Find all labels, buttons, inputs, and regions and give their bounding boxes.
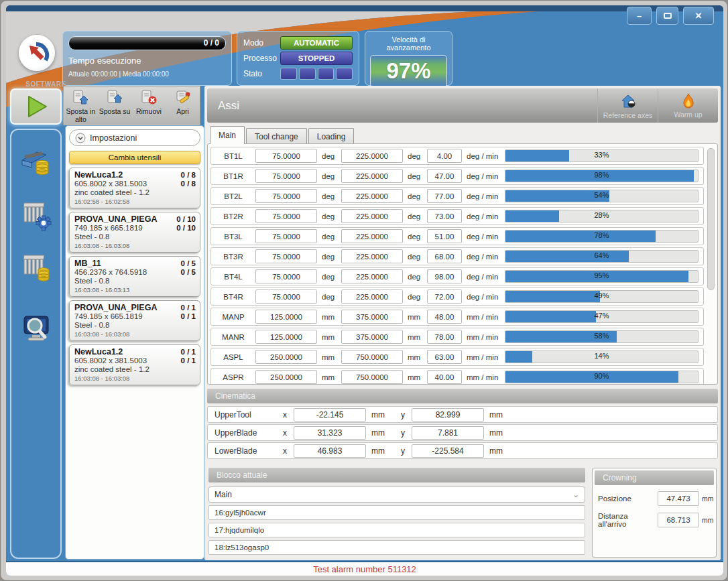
open-button[interactable]: Apri <box>166 86 200 125</box>
axis-position-field[interactable]: 75.0000 <box>255 229 317 243</box>
kinematics-row: UpperBlade x 31.323 mm y 7.881 mm <box>207 424 718 441</box>
axis-position-field[interactable]: 250.0000 <box>255 370 317 384</box>
axis-target-field[interactable]: 225.0000 <box>341 189 403 203</box>
job-card[interactable]: MB_11 0 / 5 456.2376 x 764.5918 0 / 5 St… <box>69 256 200 297</box>
axis-speed-field[interactable]: 63.00 <box>427 350 462 364</box>
axis-position-field[interactable]: 250.0000 <box>255 350 317 364</box>
kinematics-x-field[interactable]: -22.145 <box>294 408 366 422</box>
job-name: MB_11 <box>74 259 101 268</box>
brand-text: TheSOFTWARE <box>13 80 61 88</box>
kinematics-y-field[interactable]: 7.881 <box>412 426 484 440</box>
kinematics-title: Cinematica <box>215 391 255 401</box>
crowning-position-field[interactable]: 47.473 <box>658 491 699 506</box>
change-tools-button[interactable]: Cambia utensili <box>69 151 200 164</box>
kinematics-y-field[interactable]: -225.584 <box>412 444 484 458</box>
job-time-range: 16:03:08 - 16:03:08 <box>74 375 196 382</box>
axis-speed-unit: deg / min <box>462 152 505 160</box>
axis-speed-field[interactable]: 68.00 <box>427 249 462 263</box>
close-button[interactable]: ✕ <box>683 7 714 25</box>
axis-progress-bar: 90% <box>505 371 699 383</box>
axis-speed-field[interactable]: 72.00 <box>427 289 462 304</box>
block-select[interactable]: Main ⌄ <box>208 487 585 503</box>
axis-speed-field[interactable]: 77.00 <box>427 189 462 203</box>
mode-value-button[interactable]: AUTOMATIC <box>280 36 353 50</box>
kinematics-y-unit: mm <box>484 428 512 438</box>
axis-speed-field[interactable]: 40.00 <box>427 370 462 384</box>
axis-speed-field[interactable]: 47.00 <box>427 169 462 183</box>
axis-speed-unit: deg / min <box>462 172 505 180</box>
job-size: 456.2376 x 764.5918 <box>74 268 147 276</box>
axis-speed-field[interactable]: 73.00 <box>427 209 462 223</box>
axis-target-field[interactable]: 375.0000 <box>341 330 403 344</box>
axes-scrollbar-thumb[interactable] <box>707 148 715 290</box>
axis-speed-field[interactable]: 4.00 <box>427 149 462 163</box>
axis-position-unit: deg <box>317 253 341 261</box>
job-size: 749.185 x 665.1819 <box>74 224 143 232</box>
kinematics-y-label: y <box>394 428 412 438</box>
axis-speed-field[interactable]: 98.00 <box>427 269 462 283</box>
axis-target-field[interactable]: 750.0000 <box>341 370 403 384</box>
axis-speed-field[interactable]: 51.00 <box>427 229 462 243</box>
warm-up-button[interactable]: Warm up <box>658 88 718 123</box>
tab-loading[interactable]: Loading <box>308 128 355 144</box>
maximize-button[interactable] <box>656 7 678 25</box>
axis-position-field[interactable]: 75.0000 <box>255 169 317 183</box>
sidebar-tool-database-button[interactable] <box>17 248 55 285</box>
state-label: Stato <box>243 69 262 78</box>
play-icon <box>23 93 50 120</box>
axis-position-field[interactable]: 75.0000 <box>255 149 317 163</box>
process-value-button[interactable]: STOPPED <box>280 52 353 65</box>
axis-speed-unit: mm / min <box>462 353 505 361</box>
axis-target-field[interactable]: 225.0000 <box>341 209 403 223</box>
kinematics-x-field[interactable]: 46.983 <box>294 444 366 458</box>
axes-title: Assi <box>218 99 597 113</box>
axis-position-field[interactable]: 125.0000 <box>255 330 317 344</box>
remove-button[interactable]: Rimuovi <box>132 86 166 125</box>
axis-position-field[interactable]: 125.0000 <box>255 310 317 324</box>
axis-target-field[interactable]: 225.0000 <box>341 229 403 243</box>
job-count-primary: 0 / 1 <box>181 348 196 356</box>
sidebar-simulation-button[interactable] <box>17 310 55 347</box>
job-card[interactable]: NewLuca1.2 0 / 8 605.8002 x 381.5003 0 /… <box>69 168 200 208</box>
axis-position-field[interactable]: 75.0000 <box>255 189 317 203</box>
tab-tool-change[interactable]: Tool change <box>246 128 307 144</box>
crowning-panel: Crowning Posizione 47.473 mm Distanza al… <box>592 468 717 558</box>
axis-speed-unit: mm / min <box>462 313 505 321</box>
axis-speed-field[interactable]: 48.00 <box>427 310 462 324</box>
axis-position-field[interactable]: 75.0000 <box>255 209 317 223</box>
axis-position-field[interactable]: 75.0000 <box>255 289 317 304</box>
kinematics-y-field[interactable]: 82.999 <box>412 408 484 422</box>
axis-target-field[interactable]: 375.0000 <box>341 310 403 324</box>
job-card[interactable]: NewLuca1.2 0 / 1 605.8002 x 381.5003 0 /… <box>69 344 200 385</box>
move-to-top-button[interactable]: Sposta in alto <box>64 86 98 125</box>
minimize-button[interactable]: – <box>627 7 652 25</box>
axis-position-field[interactable]: 75.0000 <box>255 249 317 263</box>
axis-target-field[interactable]: 225.0000 <box>341 149 403 163</box>
axis-target-field[interactable]: 750.0000 <box>341 350 403 364</box>
kinematics-x-label: x <box>276 446 294 456</box>
block-code-line: 16:gyl5jh0acwr <box>208 505 585 520</box>
kinematics-x-field[interactable]: 31.323 <box>294 426 366 440</box>
axis-target-unit: deg <box>403 273 427 281</box>
axis-position-field[interactable]: 75.0000 <box>255 269 317 283</box>
axis-row: BT4R 75.0000 deg 225.0000 deg 72.00 deg … <box>210 287 704 306</box>
axis-target-field[interactable]: 225.0000 <box>341 289 403 304</box>
job-card[interactable]: PROVA_UNA_PIEGA 0 / 1 749.185 x 665.1819… <box>69 300 200 341</box>
axis-target-field[interactable]: 225.0000 <box>341 249 403 263</box>
crowning-distance-field[interactable]: 68.713 <box>658 513 699 527</box>
axis-target-field[interactable]: 225.0000 <box>341 269 403 283</box>
move-up-button[interactable]: Sposta su <box>98 86 132 125</box>
job-card[interactable]: PROVA_UNA_PIEGA 0 / 10 749.185 x 665.181… <box>69 212 200 253</box>
axis-name: BT2R <box>211 212 255 220</box>
axis-target-field[interactable]: 225.0000 <box>341 169 403 183</box>
axis-speed-field[interactable]: 78.00 <box>427 330 462 344</box>
tab-main[interactable]: Main <box>210 126 245 144</box>
start-button[interactable] <box>10 88 62 125</box>
settings-expander[interactable]: Impostazioni <box>69 129 200 146</box>
job-name: NewLuca1.2 <box>74 170 123 180</box>
sidebar-tool-setup-button[interactable] <box>17 196 55 233</box>
reference-axes-button[interactable]: Reference axes <box>597 88 658 123</box>
axis-speed-unit: mm / min <box>462 333 505 341</box>
sidebar-parts-database-button[interactable] <box>17 143 55 181</box>
kinematics-name: UpperTool <box>208 410 276 419</box>
